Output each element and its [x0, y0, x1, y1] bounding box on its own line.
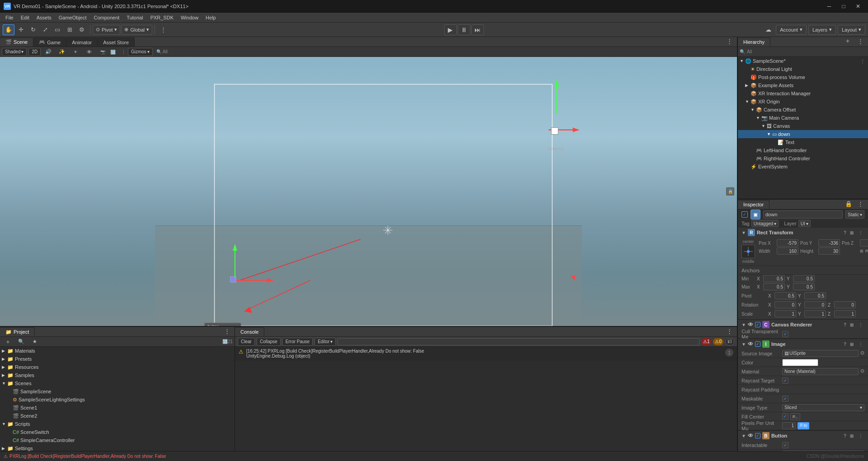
pos-z-input[interactable] — [860, 239, 868, 247]
scene-tab[interactable]: 🎬 Scene — [0, 37, 33, 47]
console-search-input[interactable] — [338, 338, 699, 345]
hierarchy-add-btn[interactable]: ＋ — [842, 37, 854, 47]
shading-dropdown[interactable]: Shaded ▾ — [2, 48, 27, 56]
r-icon[interactable]: R — [865, 249, 868, 253]
maximize-button[interactable]: □ — [837, 2, 850, 11]
raycast-target-checkbox[interactable]: ✓ — [782, 377, 788, 384]
hierarchy-main-camera[interactable]: ▼ 📷 Main Camera — [738, 114, 868, 122]
rect-tool[interactable]: ▭ — [52, 24, 63, 35]
image-type-dropdown[interactable]: Sliced ▾ — [782, 404, 864, 411]
console-tab[interactable]: Console — [235, 327, 264, 336]
menu-help[interactable]: Help — [202, 14, 220, 21]
source-image-select[interactable]: ⊙ — [860, 350, 864, 357]
hierarchy-canvas[interactable]: ▼ 🖼 Canvas — [738, 122, 868, 130]
clear-button[interactable]: Clear — [238, 338, 255, 346]
inspector-options[interactable]: ⋮ — [854, 200, 866, 209]
animator-tab[interactable]: Animator — [66, 37, 98, 47]
menu-assets[interactable]: Assets — [33, 14, 55, 21]
pos-x-input[interactable] — [777, 239, 798, 247]
script-camera[interactable]: C# SimpleCameraController — [0, 436, 235, 444]
2d-toggle[interactable]: 2D — [28, 48, 41, 56]
hierarchy-tab[interactable]: Hierarchy — [738, 37, 770, 47]
fill-center-preview[interactable]: P... — [790, 413, 800, 420]
account-dropdown[interactable]: Account ▾ — [776, 25, 807, 35]
game-tab[interactable]: 🎮 Game — [33, 37, 66, 47]
menu-pxr-sdk[interactable]: PXR_SDK — [147, 14, 177, 21]
script-sceneswitch[interactable]: C# SceneSwitch — [0, 428, 235, 436]
rot-y[interactable] — [804, 301, 826, 308]
btn-overflow[interactable]: ⋮ — [857, 430, 864, 441]
overlay-toggle[interactable]: 👁 — [83, 47, 95, 57]
project-tab[interactable]: 📁 Project — [0, 327, 35, 336]
hierarchy-down[interactable]: ▼ ▭ down — [738, 130, 868, 138]
console-panel-options[interactable]: ⋮ — [723, 326, 735, 336]
project-search-btn[interactable]: 🔍 — [15, 336, 27, 347]
pixels-per-unit-btn[interactable]: 开始 — [798, 422, 809, 429]
status-error[interactable]: ⚠ PXRLog [Build Check]RegisterBuildPlaye… — [4, 454, 166, 459]
transform-tool[interactable]: ⊞ — [64, 24, 75, 35]
img-settings[interactable]: ⊞ — [848, 339, 855, 349]
hierarchy-scene-root[interactable]: ▼ 🌐 SampleScene* ⋮ — [738, 57, 868, 65]
canvas-renderer-enable[interactable]: ✓ — [755, 322, 760, 327]
constraint-icon[interactable]: ⊞ — [860, 249, 863, 253]
inspector-tab[interactable]: Inspector — [738, 200, 769, 209]
project-favor-btn[interactable]: ★ — [29, 336, 41, 347]
hierarchy-directional-light[interactable]: ☀ Directional Light — [738, 65, 868, 73]
scene-lighting[interactable]: ⚙ SampleSceneLightingSettings — [0, 396, 235, 404]
project-add-btn[interactable]: ＋ — [2, 336, 14, 347]
custom-tool[interactable]: ⚙ — [76, 24, 88, 35]
hierarchy-lefthand[interactable]: 🎮 LeftHand Controller — [738, 146, 868, 154]
collapse-button[interactable]: Collapse — [257, 338, 281, 346]
enable-checkbox[interactable]: ✓ — [741, 211, 748, 218]
fill-center-checkbox[interactable]: ✓ — [782, 413, 788, 419]
error-pause-button[interactable]: Error Pause — [282, 338, 313, 346]
global-dropdown[interactable]: ⊕ Global ▾ — [121, 25, 152, 35]
hierarchy-eventsystem[interactable]: ⚡ EventSystem — [738, 163, 868, 171]
rot-x[interactable] — [774, 301, 796, 308]
move-tool[interactable]: ✛ — [15, 24, 27, 35]
folder-scenes[interactable]: ▼ 📁 Scenes — [0, 379, 235, 387]
scale-tool[interactable]: ⤢ — [39, 24, 51, 35]
image-enable[interactable]: ✓ — [755, 341, 760, 347]
3d-viewport[interactable]: button <Hersp — [0, 57, 737, 326]
hierarchy-camera-offset[interactable]: ▼ 📦 Camera Offset — [738, 106, 868, 114]
hierarchy-scene-options[interactable]: ⋮ — [859, 57, 866, 66]
hierarchy-righthand[interactable]: 🎮 RightHand Controller — [738, 154, 868, 163]
cloud-icon-btn[interactable]: ☁ — [762, 24, 774, 35]
menu-file[interactable]: File — [2, 14, 17, 21]
scene-panel-options[interactable]: ⋮ — [723, 37, 735, 47]
anchor-max-y[interactable] — [793, 283, 815, 290]
hierarchy-xr-origin[interactable]: ▼ 📦 XR Origin — [738, 98, 868, 106]
folder-materials[interactable]: ▶ 📁 Materials — [0, 347, 235, 355]
pos-y-input[interactable] — [818, 239, 840, 247]
image-header[interactable]: ▼ 👁 ✓ I Image ? ⊞ ⋮ — [738, 339, 868, 349]
canvas-overflow[interactable]: ⋮ — [857, 319, 864, 330]
step-button[interactable]: ⏭ — [471, 24, 484, 35]
button-header[interactable]: ▼ 👁 ✓ B Button ? ⊞ ⋮ — [738, 431, 868, 441]
menu-component[interactable]: Component — [90, 14, 123, 21]
button-enable[interactable]: ✓ — [755, 433, 760, 438]
log-entry-1[interactable]: ⚠ [16:25:42] PXRLog [Build Check]Registe… — [235, 347, 737, 361]
layers-dropdown[interactable]: Layers ▾ — [808, 25, 836, 35]
width-input[interactable] — [777, 247, 798, 255]
material-select[interactable]: ⊙ — [860, 368, 864, 375]
scene-sample[interactable]: 🎬 SampleScene — [0, 387, 235, 396]
rect-overflow-icon[interactable]: ⋮ — [857, 227, 864, 238]
layer-dropdown[interactable]: UI ▾ — [798, 220, 811, 227]
hierarchy-xr-manager[interactable]: 📦 XR Interaction Manager — [738, 89, 868, 98]
folder-samples[interactable]: ▶ 📁 Samples — [0, 371, 235, 379]
anchor-min-x[interactable] — [763, 275, 785, 282]
pivot-x[interactable] — [774, 292, 796, 299]
folder-presets[interactable]: ▶ 📁 Presets — [0, 355, 235, 363]
editor-dropdown[interactable]: Editor ▾ — [314, 338, 336, 346]
fx-toggle[interactable]: ✨ — [56, 47, 68, 57]
viewport-lock-btn[interactable]: 🔒 — [726, 187, 734, 196]
scale-x[interactable] — [774, 310, 796, 317]
close-button[interactable]: ✕ — [852, 2, 864, 11]
hand-tool[interactable]: ✋ — [3, 24, 14, 35]
canvas-help[interactable]: ? — [844, 322, 846, 327]
rect-help-icon[interactable]: ? — [844, 230, 846, 235]
btn-settings[interactable]: ⊞ — [848, 430, 855, 441]
anchor-min-y[interactable] — [793, 275, 815, 282]
play-button[interactable]: ▶ — [444, 24, 457, 35]
